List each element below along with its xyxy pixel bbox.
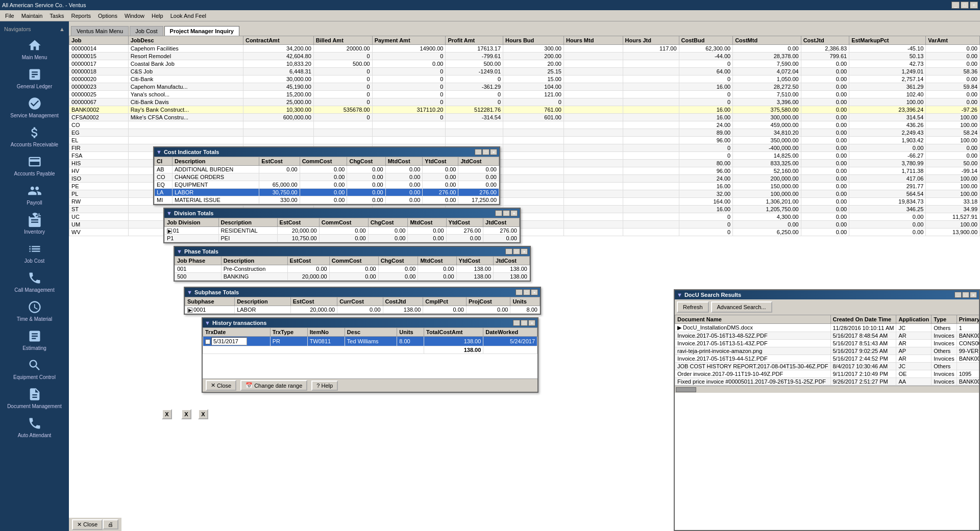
table-row[interactable]: 00000067Citi-Bank Davis25,000.00000003,3… <box>69 98 980 106</box>
table-row[interactable]: BANK0002Ray's Bank Construct...10,300.00… <box>69 106 980 114</box>
table-row[interactable]: Invoice.2017-05-16T13-48-52Z.PDF5/16/201… <box>675 332 979 340</box>
history-maximize-btn[interactable]: □ <box>521 320 528 326</box>
div-maximize-btn[interactable]: □ <box>503 210 510 216</box>
advanced-search-button[interactable]: Advanced Search... <box>711 301 772 313</box>
menu-help[interactable]: Help <box>149 12 166 20</box>
table-row[interactable]: Invoice.2017-05-16T13-51-43Z.PDF5/16/201… <box>675 340 979 347</box>
phase-close-btn[interactable]: × <box>521 248 528 255</box>
docu-minimize-btn[interactable]: _ <box>954 292 962 298</box>
table-row[interactable]: LALABOR30,750.000.000.000.00276.00276.00 <box>155 189 499 196</box>
ci-maximize-btn[interactable]: □ <box>482 149 489 155</box>
sidebar-item-accounts-receivable[interactable]: Accounts Receivable <box>0 121 69 150</box>
subphase-maximize-btn[interactable]: □ <box>523 289 530 295</box>
change-date-range-button[interactable]: 📅 Change date range <box>240 380 307 391</box>
sidebar-item-auto-attendant[interactable]: Auto Attendant <box>0 412 69 441</box>
help-button[interactable]: ? Help <box>311 381 338 391</box>
table-row[interactable]: ▶0001LABOR20,000.000.00138.000.000.008.0… <box>185 306 540 314</box>
docu-maximize-btn[interactable]: □ <box>962 292 969 298</box>
table-row[interactable]: 00000017Coastal Bank Job10,833.20500.000… <box>69 60 980 68</box>
refresh-button[interactable]: Refresh <box>677 301 709 313</box>
expand-icon[interactable]: ▶ <box>167 229 172 234</box>
sidebar-item-main-menu[interactable]: Main Menu <box>0 34 69 63</box>
menu-window[interactable]: Window <box>121 12 148 20</box>
table-row[interactable]: ABADDITIONAL BURDEN0.000.000.000.000.000… <box>155 166 499 173</box>
menu-look-feel[interactable]: Look And Feel <box>167 12 209 20</box>
phase-maximize-btn[interactable]: □ <box>513 248 520 255</box>
subphase-minimize-btn[interactable]: _ <box>516 289 523 295</box>
title-bar-buttons[interactable]: _ □ × <box>951 2 978 9</box>
table-row[interactable]: Order invoice.2017-09-11T19-10-49Z.PDF9/… <box>675 370 979 378</box>
table-row[interactable]: 500BANKING20,000.000.000.000.00138.00138… <box>175 273 530 281</box>
expand-icon[interactable]: ▶ <box>205 339 210 344</box>
date-input[interactable] <box>211 337 247 345</box>
table-row[interactable]: 00000020Citi-Bank30,000.0000015.0001,050… <box>69 75 980 83</box>
table-row[interactable]: Invoice.2017-05-16T19-44-51Z.PDF5/16/201… <box>675 355 979 363</box>
sidebar-item-equipment-control[interactable]: Equipment Control <box>0 354 69 383</box>
table-row[interactable]: 00000015Resort Remodel42,604.8000-799.61… <box>69 53 980 60</box>
table-row[interactable]: EG89.0034,810.200.002,249.4358.24 <box>69 129 980 137</box>
table-row[interactable]: ▶ DocU_InstallationDMS.docx11/28/2016 10… <box>675 324 979 332</box>
table-row[interactable]: ▶PRTW0811Ted Williams8.00138.005/24/2017 <box>203 337 537 346</box>
menu-reports[interactable]: Reports <box>68 12 94 20</box>
table-row[interactable]: 00000025Yana's school...15,200.00000121.… <box>69 91 980 98</box>
sidebar-item-estimating[interactable]: Estimating <box>0 325 69 354</box>
table-row[interactable]: CFSA0002Mike's CFSA Constru...600,000.00… <box>69 114 980 121</box>
history-minimize-btn[interactable]: _ <box>513 320 520 326</box>
table-row[interactable]: 00000023Capehorn Manufactu...45,190.0000… <box>69 83 980 91</box>
ci-minimize-btn[interactable]: _ <box>475 149 482 155</box>
close-side-btn-1[interactable]: X <box>162 409 172 419</box>
table-row[interactable]: 00000014Capehorn Facilities34,200.002000… <box>69 45 980 53</box>
table-row[interactable]: MIMATERIAL ISSUE330.000.000.000.000.0017… <box>155 196 499 204</box>
phase-minimize-btn[interactable]: _ <box>505 248 512 255</box>
sidebar-item-accounts-payable[interactable]: Accounts Payable <box>0 150 69 180</box>
ci-close-btn[interactable]: × <box>490 149 497 155</box>
docu-close-btn[interactable]: × <box>970 292 977 298</box>
sidebar-item-time-material[interactable]: Time & Material <box>0 296 69 325</box>
menu-options[interactable]: Options <box>95 12 120 20</box>
table-row[interactable]: Fixed price invoice #00005011.2017-09-26… <box>675 378 979 386</box>
subphase-close-btn[interactable]: × <box>531 289 538 295</box>
sidebar-item-payroll[interactable]: Payroll <box>0 180 69 209</box>
tab-job-cost[interactable]: Job Cost <box>130 26 163 36</box>
table-row[interactable]: CO24.00459,000.000.00436.26100.00 <box>69 121 980 129</box>
table-row[interactable]: P1PEI10,750.000.000.000.000.000.00 <box>165 235 520 242</box>
table-row[interactable]: ravi-teja-print-invoice-amazon.png5/16/2… <box>675 347 979 355</box>
history-close-button[interactable]: ✕ Close <box>206 380 236 391</box>
docu-title-bar[interactable]: ▼ DocU Search Results _ □ × <box>675 290 979 299</box>
sidebar-item-inventory[interactable]: Inventory <box>0 209 69 238</box>
cost-indicator-title-bar[interactable]: ▼ Cost Indicator Totals _ □ × <box>154 147 499 157</box>
close-side-btn-2[interactable]: X <box>181 409 191 419</box>
maximize-button[interactable]: □ <box>961 2 969 9</box>
sidebar-item-general-ledger[interactable]: General Ledger <box>0 63 69 92</box>
minimize-button[interactable]: _ <box>951 2 960 9</box>
table-row[interactable]: EL96.00350,000.000.001,903.42100.00 <box>69 137 980 144</box>
history-title-bar[interactable]: ▼ History transactions _ □ × <box>203 318 537 327</box>
sidebar-collapse-icon[interactable]: ▲ <box>59 26 65 32</box>
subphase-title-bar[interactable]: ▼ Subphase Totals _ □ × <box>185 288 540 297</box>
table-row[interactable]: JOB COST HISTORY REPORT.2017-08-04T15-30… <box>675 363 979 370</box>
table-row[interactable]: COCHANGE ORDERS0.000.000.000.000.00 <box>155 173 499 181</box>
tab-project-manager-inquiry[interactable]: Project Manager Inquiry <box>164 26 239 36</box>
division-title-bar[interactable]: ▼ Division Totals _ □ × <box>164 209 520 218</box>
expand-icon[interactable]: ▶ <box>187 308 192 313</box>
table-row[interactable]: EQEQUIPMENT65,000.000.000.000.000.000.00 <box>155 181 499 189</box>
table-row[interactable]: ▶01RESIDENTIAL20,000.000.000.000.00276.0… <box>165 227 520 235</box>
docu-scrollbar-thumb[interactable] <box>676 387 696 392</box>
div-minimize-btn[interactable]: _ <box>495 210 502 216</box>
table-row[interactable]: 001Pre-Construction0.000.000.000.00138.0… <box>175 265 530 273</box>
history-close-btn[interactable]: × <box>528 320 535 326</box>
phase-title-bar[interactable]: ▼ Phase Totals _ □ × <box>175 247 530 256</box>
print-button[interactable]: 🖨 <box>103 519 118 529</box>
sidebar-item-job-cost[interactable]: Job Cost <box>0 238 69 267</box>
menu-tasks[interactable]: Tasks <box>46 12 67 20</box>
close-window-button[interactable]: × <box>970 2 978 9</box>
tab-ventus-main-menu[interactable]: Ventus Main Menu <box>71 26 129 36</box>
sidebar-item-call-management[interactable]: Call Management <box>0 267 69 296</box>
menu-file[interactable]: File <box>2 12 17 20</box>
table-row[interactable]: 00000018C&S Job6,448.3100-1249.0125.1564… <box>69 68 980 75</box>
sidebar-item-service-management[interactable]: Service Management <box>0 92 69 121</box>
close-side-btn-3[interactable]: X <box>198 409 208 419</box>
close-main-button[interactable]: ✕ Close <box>72 519 103 530</box>
sidebar-item-document-management[interactable]: Document Management <box>0 383 69 412</box>
menu-maintain[interactable]: Maintain <box>18 12 46 20</box>
